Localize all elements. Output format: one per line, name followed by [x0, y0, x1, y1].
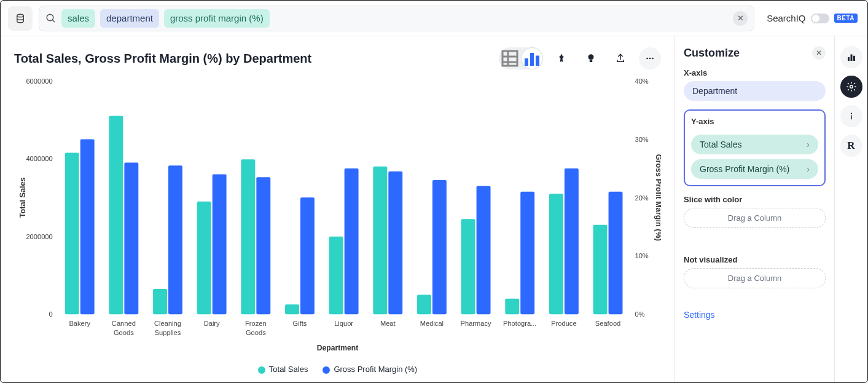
svg-rect-36	[213, 174, 227, 314]
more-button[interactable]	[639, 47, 661, 69]
table-view-button[interactable]	[499, 47, 521, 69]
beta-badge: BETA	[834, 14, 858, 23]
svg-rect-46	[345, 168, 359, 314]
svg-rect-70	[850, 55, 852, 61]
yaxis-chip-1[interactable]: Total Sales›	[691, 135, 818, 154]
chevron-right-icon: ›	[807, 140, 810, 149]
view-mode-toggle[interactable]	[499, 47, 543, 69]
svg-text:Gifts: Gifts	[293, 320, 307, 327]
search-pill-sales[interactable]: sales	[61, 9, 95, 28]
svg-text:Bakery: Bakery	[69, 320, 90, 327]
svg-rect-28	[124, 162, 138, 314]
svg-text:Liquor: Liquor	[334, 320, 353, 327]
pin-button[interactable]	[550, 47, 573, 69]
info-button[interactable]	[840, 105, 862, 127]
r-script-button[interactable]: R	[840, 135, 862, 157]
svg-text:Medical: Medical	[420, 320, 444, 327]
search-bar[interactable]: sales department gross profit margin (%)…	[39, 6, 754, 31]
svg-line-2	[52, 20, 55, 22]
notvis-dropzone[interactable]: Drag a Column	[684, 268, 826, 288]
settings-gear-button[interactable]	[840, 76, 862, 98]
svg-text:Goods: Goods	[246, 329, 266, 336]
svg-text:Total Sales: Total Sales	[18, 177, 27, 218]
svg-text:Goods: Goods	[114, 329, 134, 336]
chart-config-button[interactable]	[840, 46, 862, 68]
share-button[interactable]	[609, 47, 631, 69]
notvis-label: Not visualized	[684, 255, 826, 264]
svg-point-10	[588, 54, 594, 60]
svg-rect-27	[109, 116, 123, 314]
svg-text:Canned: Canned	[112, 320, 136, 327]
svg-rect-7	[525, 58, 528, 66]
search-pill-department[interactable]: department	[100, 9, 159, 28]
svg-text:Photogra...: Photogra...	[503, 320, 536, 327]
svg-text:40%: 40%	[635, 77, 648, 85]
chart-legend: Total Sales Gross Profit Margin (%)	[14, 360, 661, 376]
svg-rect-32	[168, 165, 182, 314]
insight-button[interactable]	[580, 47, 602, 69]
yaxis-chip-2[interactable]: Gross Profit Margin (%)›	[691, 159, 818, 179]
svg-text:Meat: Meat	[380, 320, 396, 327]
yaxis-section: Y-axis Total Sales› Gross Profit Margin …	[684, 109, 826, 186]
chart-canvas: 02000000400000060000000%10%20%30%40%Bake…	[14, 74, 661, 360]
slice-dropzone[interactable]: Drag a Column	[684, 208, 826, 228]
customize-title: Customize	[684, 47, 740, 60]
svg-point-13	[649, 58, 651, 60]
svg-rect-31	[153, 289, 167, 314]
close-customize-button[interactable]: ✕	[812, 46, 826, 60]
slice-label: Slice with color	[684, 195, 826, 204]
svg-text:30%: 30%	[635, 135, 648, 143]
yaxis-label: Y-axis	[691, 117, 818, 126]
svg-text:0%: 0%	[635, 310, 644, 318]
svg-rect-39	[256, 177, 270, 314]
xaxis-chip[interactable]: Department	[684, 81, 826, 101]
svg-rect-24	[65, 153, 79, 315]
app-logo[interactable]	[8, 6, 33, 31]
svg-rect-61	[565, 168, 579, 314]
svg-rect-11	[590, 60, 593, 62]
searchiq-label: SearchIQ	[767, 13, 805, 23]
svg-rect-71	[853, 56, 855, 61]
svg-text:6000000: 6000000	[26, 77, 52, 85]
svg-rect-3	[502, 51, 517, 66]
svg-text:Pharmacy: Pharmacy	[461, 320, 491, 327]
svg-rect-51	[417, 295, 431, 315]
chart-view-button[interactable]	[521, 47, 543, 69]
svg-point-72	[850, 85, 853, 89]
svg-text:10%: 10%	[635, 252, 648, 259]
svg-rect-42	[285, 304, 299, 314]
legend-series-1: Total Sales	[269, 365, 308, 374]
svg-rect-9	[536, 56, 539, 66]
search-pill-gpm[interactable]: gross profit margin (%)	[164, 9, 270, 28]
svg-rect-60	[549, 194, 563, 314]
svg-rect-49	[388, 172, 402, 315]
svg-text:2000000: 2000000	[26, 233, 52, 240]
svg-point-1	[47, 14, 53, 21]
svg-text:Supplies: Supplies	[155, 329, 181, 336]
svg-point-0	[17, 14, 24, 17]
customize-panel: Customize ✕ X-axis Department Y-axis Tot…	[674, 36, 834, 382]
clear-search-button[interactable]: ✕	[733, 11, 748, 26]
svg-rect-52	[432, 180, 447, 314]
svg-rect-8	[530, 53, 534, 66]
svg-rect-69	[848, 57, 850, 61]
search-icon	[45, 13, 57, 24]
svg-rect-63	[593, 225, 608, 315]
svg-rect-38	[241, 159, 255, 314]
svg-text:4000000: 4000000	[26, 155, 52, 162]
settings-link[interactable]: Settings	[684, 310, 715, 320]
svg-point-14	[652, 58, 654, 60]
svg-text:Gross Profit Margin (%): Gross Profit Margin (%)	[654, 154, 661, 241]
svg-text:Frozen: Frozen	[245, 320, 267, 327]
legend-series-2: Gross Profit Margin (%)	[334, 365, 417, 374]
svg-rect-74	[851, 116, 852, 120]
svg-rect-45	[329, 237, 343, 315]
svg-rect-55	[477, 186, 491, 314]
svg-rect-64	[609, 192, 623, 314]
right-rail: R	[834, 36, 867, 382]
svg-rect-57	[505, 299, 519, 314]
svg-rect-58	[520, 192, 534, 314]
svg-rect-48	[373, 167, 387, 314]
searchiq-toggle[interactable]	[811, 14, 829, 23]
svg-rect-25	[80, 139, 95, 314]
